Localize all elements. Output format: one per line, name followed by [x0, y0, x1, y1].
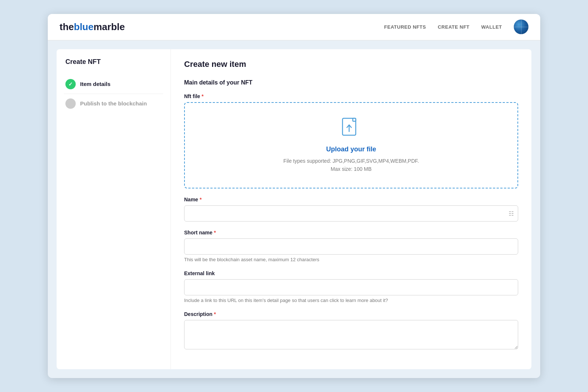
sidebar-item-publish[interactable]: Publish to the blockchain — [64, 94, 163, 113]
nav-create-nft[interactable]: CREATE NFT — [438, 24, 469, 30]
logo-blue: blue — [74, 21, 93, 32]
panel-title: Create new item — [184, 60, 518, 69]
upload-file-icon — [342, 118, 361, 140]
sidebar-item-item-details[interactable]: Item details — [64, 75, 163, 94]
file-upload-area[interactable]: Upload your file File types supported: J… — [184, 102, 518, 189]
step-pending-icon — [65, 98, 76, 109]
main-content: Create NFT Item details Publish to the b… — [48, 40, 540, 378]
logo-marble: marble — [93, 21, 125, 32]
nav-wallet[interactable]: WALLET — [481, 24, 502, 30]
globe-icon[interactable] — [514, 19, 528, 34]
description-input[interactable] — [184, 320, 518, 349]
name-field: Name * ☷ — [184, 197, 518, 222]
step-publish-label: Publish to the blockchain — [80, 100, 147, 107]
short-name-input[interactable] — [184, 238, 518, 255]
short-name-hint: This will be the blockchain asset name, … — [184, 257, 518, 262]
name-label: Name * — [184, 197, 518, 202]
text-icon: ☷ — [509, 210, 514, 217]
name-input-wrapper: ☷ — [184, 205, 518, 222]
description-label: Description * — [184, 311, 518, 317]
name-input[interactable] — [184, 205, 518, 222]
logo[interactable]: thebluemarble — [60, 21, 125, 33]
nft-file-required: * — [202, 93, 204, 99]
navigation: FEATURED NFTS CREATE NFT WALLET — [384, 19, 528, 34]
external-link-label: External link — [184, 270, 518, 276]
short-name-required: * — [214, 230, 216, 235]
upload-subtitle: File types supported: JPG,PNG,GIF,SVG,MP… — [283, 157, 419, 173]
nft-file-label: Nft file * — [184, 93, 518, 99]
step-item-details-label: Item details — [80, 81, 111, 87]
app-window: thebluemarble FEATURED NFTS CREATE NFT W… — [48, 14, 540, 378]
external-link-field: External link Include a link to this URL… — [184, 270, 518, 303]
description-field: Description * — [184, 311, 518, 351]
header: thebluemarble FEATURED NFTS CREATE NFT W… — [48, 14, 540, 40]
external-link-input[interactable] — [184, 279, 518, 295]
form-panel: Create new item Main details of your NFT… — [171, 49, 531, 370]
step-completed-icon — [65, 79, 76, 89]
sidebar-title: Create NFT — [64, 58, 163, 66]
svg-rect-1 — [353, 118, 356, 121]
nav-featured-nfts[interactable]: FEATURED NFTS — [384, 24, 426, 30]
name-required: * — [200, 197, 201, 202]
external-link-hint: Include a link to this URL on this item'… — [184, 298, 518, 303]
upload-title: Upload your file — [326, 145, 376, 153]
nft-file-field: Nft file * Upload your file File types s… — [184, 93, 518, 189]
logo-the: the — [60, 21, 74, 32]
short-name-field: Short name * This will be the blockchain… — [184, 230, 518, 262]
sidebar: Create NFT Item details Publish to the b… — [57, 49, 171, 370]
short-name-label: Short name * — [184, 230, 518, 235]
section-title: Main details of your NFT — [184, 79, 518, 86]
description-required: * — [214, 311, 216, 317]
